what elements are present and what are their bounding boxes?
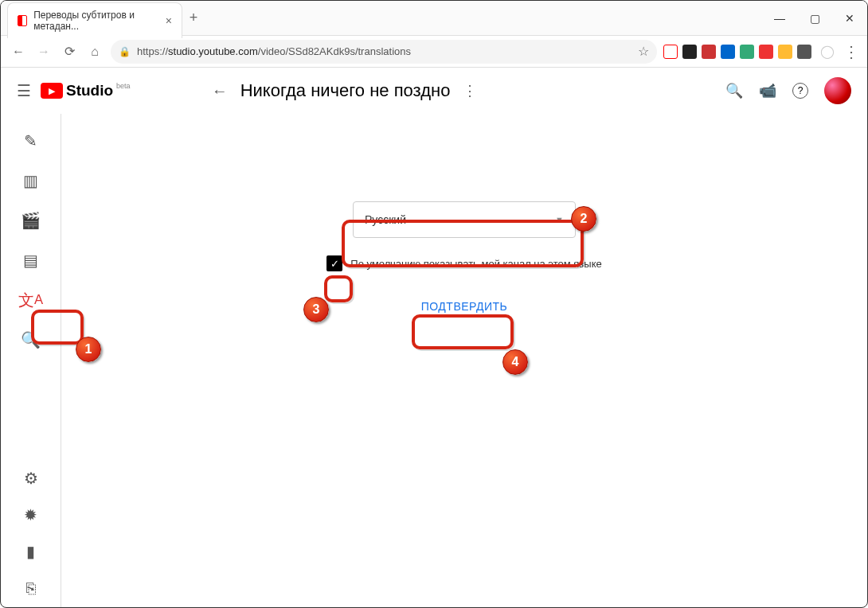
window-close-button[interactable]: ✕ <box>832 5 867 32</box>
browser-tab[interactable]: Переводы субтитров и метадан... × <box>7 2 182 38</box>
tab-close-icon[interactable]: × <box>166 14 172 27</box>
page-title: Никогда ничего не поздно <box>240 80 451 101</box>
youtube-favicon <box>18 15 27 26</box>
language-select[interactable]: Русский ▼ <box>353 201 576 238</box>
ext-icon[interactable] <box>759 45 773 59</box>
ext-icon[interactable] <box>778 45 792 59</box>
music-icon[interactable]: 🔍 <box>20 329 42 351</box>
browser-menu-button[interactable]: ⋮ <box>843 42 859 61</box>
avatar[interactable] <box>824 77 851 104</box>
search-icon[interactable]: 🔍 <box>725 82 743 99</box>
menu-icon[interactable]: ☰ <box>17 81 31 100</box>
nav-back-button[interactable]: ← <box>9 42 28 61</box>
nav-forward-button[interactable]: → <box>34 42 53 61</box>
ext-icon[interactable] <box>740 45 754 59</box>
new-tab-button[interactable]: + <box>182 10 205 26</box>
window-titlebar: Переводы субтитров и метадан... × + — ▢ … <box>1 1 867 36</box>
nav-home-button[interactable]: ⌂ <box>85 42 104 61</box>
confirm-button[interactable]: ПОДТВЕРДИТЬ <box>409 292 521 321</box>
editor-icon[interactable]: 🎬 <box>20 209 42 232</box>
checkbox-label: По умолчанию показывать мой канал на это… <box>350 258 601 270</box>
extension-tray <box>663 45 811 59</box>
feedback-icon[interactable]: ✹ <box>20 504 42 526</box>
profile-icon[interactable]: ◯ <box>818 42 837 61</box>
tab-title: Переводы субтитров и метадан... <box>33 10 159 32</box>
analytics-icon[interactable]: ▥ <box>20 170 42 192</box>
default-language-checkbox[interactable]: ✓ <box>326 255 342 271</box>
create-video-icon[interactable]: 📹 <box>759 82 776 99</box>
url-text: https://studio.youtube.com/video/SSd82AK… <box>137 45 411 57</box>
comments-icon[interactable]: ▤ <box>20 249 42 271</box>
nav-reload-button[interactable]: ⟳ <box>60 42 79 61</box>
chevron-down-icon: ▼ <box>555 215 564 224</box>
window-minimize-button[interactable]: — <box>762 5 797 32</box>
edit-icon[interactable]: ✎ <box>20 130 42 152</box>
studio-logo[interactable]: ▶ Studio beta <box>41 82 131 99</box>
window-maximize-button[interactable]: ▢ <box>797 5 832 32</box>
sidebar: ✎ ▥ 🎬 ▤ 文A 🔍 ⚙ ✹ ▮ ⎘ <box>1 114 61 607</box>
exit-icon[interactable]: ⎘ <box>20 577 42 599</box>
ext-icon[interactable] <box>702 45 716 59</box>
main-content: Русский ▼ ✓ По умолчанию показывать мой … <box>61 114 867 607</box>
address-bar[interactable]: 🔒 https://studio.youtube.com/video/SSd82… <box>111 40 657 64</box>
title-more-button[interactable]: ⋮ <box>463 82 477 99</box>
ext-icon[interactable] <box>797 45 811 59</box>
ext-icon[interactable] <box>663 45 678 59</box>
ext-icon[interactable] <box>682 45 697 59</box>
lock-icon: 🔒 <box>119 46 131 57</box>
youtube-icon: ▶ <box>41 83 63 99</box>
brand-beta-label: beta <box>116 82 131 90</box>
ext-icon[interactable] <box>721 45 735 59</box>
studio-header: ☰ ▶ Studio beta ← Никогда ничего не позд… <box>1 68 867 114</box>
language-value: Русский <box>365 213 406 226</box>
back-arrow-button[interactable]: ← <box>212 82 228 100</box>
brand-label: Studio <box>66 82 113 99</box>
updates-icon[interactable]: ▮ <box>20 540 42 563</box>
browser-toolbar: ← → ⟳ ⌂ 🔒 https://studio.youtube.com/vid… <box>1 36 867 68</box>
bookmark-star-icon[interactable]: ☆ <box>638 44 649 59</box>
help-icon[interactable]: ? <box>792 83 808 99</box>
translate-icon[interactable]: 文A <box>20 289 42 311</box>
settings-icon[interactable]: ⚙ <box>20 467 42 489</box>
